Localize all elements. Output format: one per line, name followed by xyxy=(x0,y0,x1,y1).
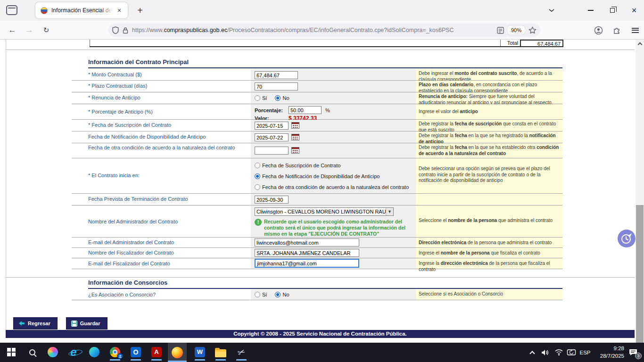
renuncia-no-radio[interactable] xyxy=(275,95,281,101)
row-contrato-inicia: * El Contrato inicia en: Fecha de Suscri… xyxy=(72,158,562,194)
tab-list-chevron-icon[interactable] xyxy=(545,4,559,17)
extensions-puzzle-icon[interactable] xyxy=(610,24,624,36)
lock-icon xyxy=(123,27,128,34)
back-arrow-icon xyxy=(18,321,25,326)
tray-chevron-up-icon[interactable] xyxy=(527,343,538,362)
calendar-icon[interactable] xyxy=(291,147,299,154)
reader-view-icon[interactable] xyxy=(497,27,504,34)
plazo-label: * Plazo Contractual (días) xyxy=(72,81,251,92)
fecha-otra-input[interactable] xyxy=(255,147,289,155)
renuncia-si-radio[interactable] xyxy=(255,95,260,101)
menu-hamburger-icon[interactable] xyxy=(628,24,642,36)
row-consorcio: ¿Es Asociación o Consorcio? Sí No Selecc… xyxy=(72,289,562,300)
totals-table-row: Total 67,484.67 xyxy=(90,40,563,47)
url-bar[interactable]: https://www.compraspublicas.gob.ec/Proce… xyxy=(108,24,540,37)
start-button[interactable] xyxy=(2,344,21,361)
row-fecha-otra: Fecha de otra condición de acuerdo a la … xyxy=(72,143,562,158)
forward-icon[interactable]: → xyxy=(23,24,36,36)
fiscal-nombre-input[interactable] xyxy=(255,249,359,257)
plazo-input[interactable] xyxy=(255,82,298,90)
firefox-icon[interactable] xyxy=(168,343,187,362)
fecha-suscripcion-help: Debe registrar la fecha de suscripción q… xyxy=(416,120,562,131)
fiscal-nombre-label: Nombre del Fiscalizador del Contrato xyxy=(72,248,251,258)
fecha-notificacion-help: Debe registrar la fecha en la que se ha … xyxy=(416,132,562,143)
inicia-suscripcion-radio[interactable] xyxy=(255,163,260,168)
floating-clock-widget-icon[interactable] xyxy=(618,230,636,247)
language-indicator[interactable]: ESP xyxy=(578,343,592,362)
form-buttons: Regresar Guardar xyxy=(13,317,107,329)
consorcio-si-radio[interactable] xyxy=(255,292,260,297)
row-admin-email: E-mail del Administrador del Contrato Di… xyxy=(72,238,562,248)
snipping-tool-icon[interactable]: ✂ xyxy=(232,344,251,361)
notification-center-icon[interactable]: 3 xyxy=(625,343,641,362)
reload-icon[interactable]: ↻ xyxy=(40,24,53,36)
fecha-suscripcion-label: * Fecha de Suscripción del Contrato xyxy=(72,120,251,131)
porcentaje-input[interactable] xyxy=(289,106,322,114)
tray-date: 28/7/2025 xyxy=(600,353,624,360)
total-value: 67,484.67 xyxy=(520,40,563,46)
scrollbar-thumb[interactable] xyxy=(636,205,644,343)
wifi-icon[interactable] xyxy=(553,343,565,362)
chrome-profile-badge xyxy=(117,353,123,359)
chrome-icon[interactable] xyxy=(106,344,124,361)
copilot-icon[interactable] xyxy=(43,344,62,361)
screen-cast-icon[interactable] xyxy=(565,343,578,362)
vertical-scrollbar[interactable] xyxy=(636,40,644,343)
browser-tab[interactable]: Información Esencial del Contra × xyxy=(35,2,128,18)
edge-icon[interactable] xyxy=(85,344,104,361)
restore-button[interactable] xyxy=(605,4,619,17)
acrobat-icon[interactable]: A xyxy=(147,344,166,361)
guardar-button[interactable]: Guardar xyxy=(66,317,107,329)
section-divider xyxy=(6,49,635,50)
regresar-button[interactable]: Regresar xyxy=(13,317,58,329)
contract-section-title: Información del Contrato Principal xyxy=(88,58,562,68)
firefox-view-icon[interactable] xyxy=(6,5,17,15)
info-exclamation-icon: ! xyxy=(255,219,262,226)
percent-suffix: % xyxy=(325,107,330,113)
admin-nombre-select[interactable]: Cliwinsgton - CEVALLOS MORENO LIWINSGTON… xyxy=(255,207,394,216)
fiscal-email-input[interactable] xyxy=(255,259,359,268)
scroll-up-arrow-icon[interactable] xyxy=(636,40,644,48)
page-left-border xyxy=(6,40,6,338)
admin-email-input[interactable] xyxy=(255,239,359,247)
volume-icon[interactable] xyxy=(539,343,552,362)
row-renuncia: * Renuncia de Anticipo Sí No Renuncia de… xyxy=(72,92,562,104)
notification-count-badge: 3 xyxy=(635,353,642,359)
fecha-notificacion-input[interactable] xyxy=(255,133,289,141)
row-porcentaje: * Porcentaje de Anticipo (%) Porcentaje:… xyxy=(72,104,562,120)
search-icon[interactable] xyxy=(23,344,41,361)
consorcio-no-radio[interactable] xyxy=(275,292,281,297)
zoom-level-badge[interactable]: 90% xyxy=(508,26,525,34)
calendar-icon[interactable] xyxy=(291,122,299,129)
admin-email-label: E-mail del Administrador del Contrato xyxy=(72,238,251,247)
fecha-terminacion-help xyxy=(416,194,562,205)
file-explorer-icon[interactable] xyxy=(211,344,230,361)
porcentaje-help: Ingrese el valor del anticipo xyxy=(416,104,562,119)
internet-explorer-icon[interactable]: e xyxy=(64,344,83,361)
calendar-icon[interactable] xyxy=(291,134,299,140)
consorcio-label: ¿Es Asociación o Consorcio? xyxy=(72,289,251,300)
back-icon[interactable]: ← xyxy=(6,24,19,36)
row-fiscal-nombre: Nombre del Fiscalizador del Contrato Ing… xyxy=(72,248,562,258)
minimize-button[interactable] xyxy=(584,4,598,17)
tab-close-icon[interactable]: × xyxy=(115,7,124,14)
bookmark-star-icon[interactable] xyxy=(528,26,537,34)
account-icon[interactable] xyxy=(591,24,605,36)
fiscal-email-help: Ingrese la dirección electrónica de la p… xyxy=(416,258,562,269)
url-text[interactable]: https://www.compraspublicas.gob.ec/Proce… xyxy=(132,27,497,33)
page-content: Total 67,484.67 Información del Contrato… xyxy=(0,40,636,343)
fecha-notificacion-label: Fecha de Notificación de Disponibilidad … xyxy=(72,132,251,143)
clock-date[interactable]: 9:28 28/7/2025 xyxy=(593,343,624,362)
inicia-notificacion-radio[interactable] xyxy=(255,173,260,179)
consorcio-section-title: Información de Consorcios xyxy=(88,279,562,289)
close-button[interactable]: × xyxy=(627,4,641,17)
outlook-icon[interactable]: O xyxy=(126,344,145,361)
browser-chrome: Información Esencial del Contra × + × ← … xyxy=(0,0,644,40)
word-icon[interactable]: W xyxy=(190,344,209,361)
row-fecha-notificacion: Fecha de Notificación de Disponibilidad … xyxy=(72,132,562,143)
new-tab-button[interactable]: + xyxy=(134,5,146,17)
monto-input[interactable] xyxy=(255,71,298,79)
fecha-terminacion-input[interactable] xyxy=(255,196,289,204)
fecha-suscripcion-input[interactable] xyxy=(255,122,289,130)
inicia-otra-radio[interactable] xyxy=(255,184,260,190)
